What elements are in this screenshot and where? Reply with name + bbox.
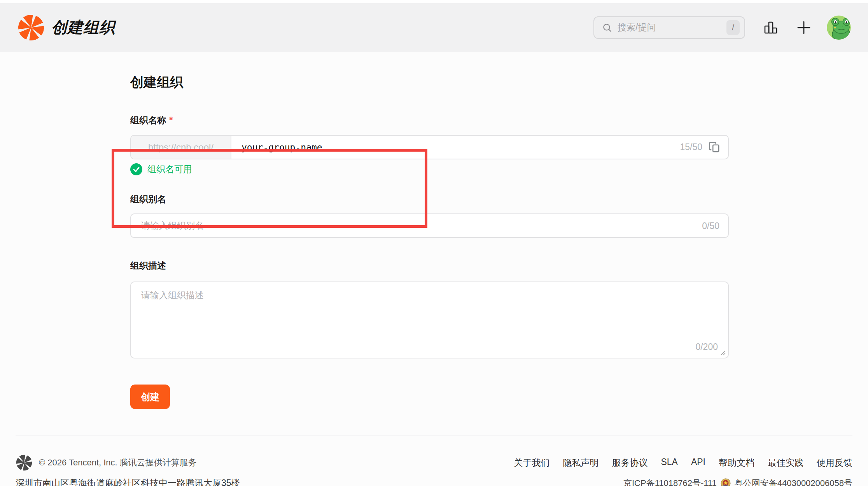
url-prefix: https://cnb.cool/ [131,136,231,159]
search-shortcut-badge: / [726,20,740,35]
org-name-label: 组织名称 * [130,114,729,126]
footer-link-sla[interactable]: SLA [661,457,677,469]
footer-link-privacy[interactable]: 隐私声明 [563,457,598,469]
frog-avatar-image [827,16,851,40]
check-circle-icon [130,163,142,175]
insights-button[interactable] [763,20,779,35]
page-title: 创建组织 [130,52,729,91]
footer-link-feedback[interactable]: 使用反馈 [817,457,852,469]
copy-button[interactable] [709,142,720,153]
page-footer: © 2026 Tencent, Inc. 腾讯云提供计算服务 关于我们 隐私声明… [16,435,852,486]
org-desc-field: 0/200 [130,281,729,358]
org-desc-textarea[interactable] [131,282,728,358]
search-input[interactable] [618,22,726,33]
footer-link-terms[interactable]: 服务协议 [612,457,648,469]
bar-chart-icon [763,20,779,35]
org-name-status-text: 组织名可用 [147,163,192,175]
app-title: 创建组织 [51,17,115,38]
police-badge-icon [721,478,731,486]
footer-link-best-practice[interactable]: 最佳实践 [768,457,803,469]
window-top-strip [0,0,868,3]
org-name-field: https://cnb.cool/ 15/50 [130,135,729,159]
plus-icon [796,20,811,35]
org-alias-field: 0/50 [130,213,729,238]
org-alias-label: 组织别名 [130,193,729,205]
company-address: 深圳市南山区粤海街道麻岭社区科技中一路腾讯大厦35楼 [16,477,240,486]
footer-link-about[interactable]: 关于我们 [514,457,550,469]
org-name-status: 组织名可用 [130,163,729,175]
resize-grip[interactable] [720,350,726,356]
search-icon [602,23,612,33]
copyright-text: © 2026 Tencent, Inc. 腾讯云提供计算服务 [39,457,197,469]
search-box[interactable]: / [593,16,745,39]
main-content: 创建组织 组织名称 * https://cnb.cool/ 15/50 组织名可… [0,52,868,409]
org-desc-label: 组织描述 [130,259,729,272]
org-alias-counter: 0/50 [702,220,719,231]
app-header: 创建组织 / [0,3,868,52]
footer-links: 关于我们 隐私声明 服务协议 SLA API 帮助文档 最佳实践 使用反馈 [514,457,852,469]
copy-icon [709,142,720,153]
required-asterisk: * [169,114,173,126]
org-name-input[interactable] [231,136,680,159]
icp-record-link[interactable]: 京ICP备11018762号-111 [623,477,717,486]
org-alias-input[interactable] [130,213,729,238]
org-name-counter: 15/50 [680,142,702,152]
footer-link-api[interactable]: API [691,457,705,469]
footer-logo-icon [16,454,33,471]
create-button[interactable]: 创建 [130,385,170,409]
cnb-logo-icon[interactable] [17,14,45,42]
create-new-button[interactable] [796,20,811,35]
security-record-link[interactable]: 粤公网安备44030002006058号 [735,477,852,486]
org-desc-counter: 0/200 [695,342,718,352]
user-avatar[interactable] [827,16,851,40]
footer-link-docs[interactable]: 帮助文档 [719,457,754,469]
